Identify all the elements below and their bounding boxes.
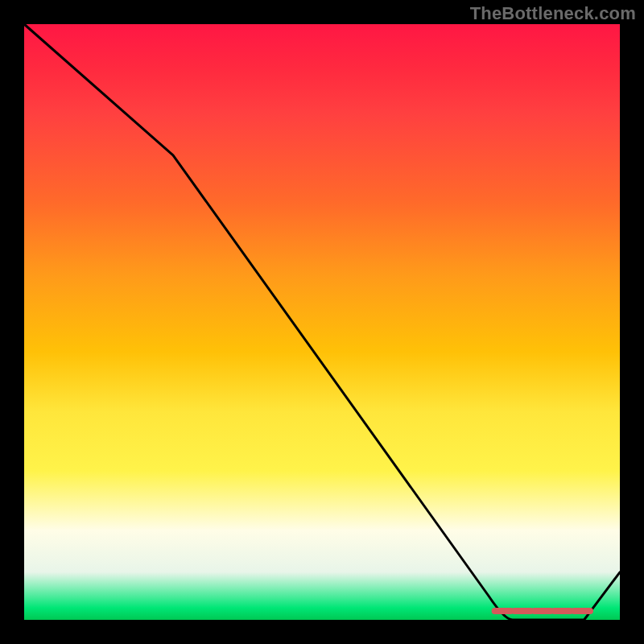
chart-svg — [24, 24, 620, 620]
plot-area — [24, 24, 620, 620]
bottleneck-curve-line — [24, 24, 620, 620]
chart-frame: TheBottleneck.com — [0, 0, 644, 644]
watermark-text: TheBottleneck.com — [470, 3, 636, 24]
